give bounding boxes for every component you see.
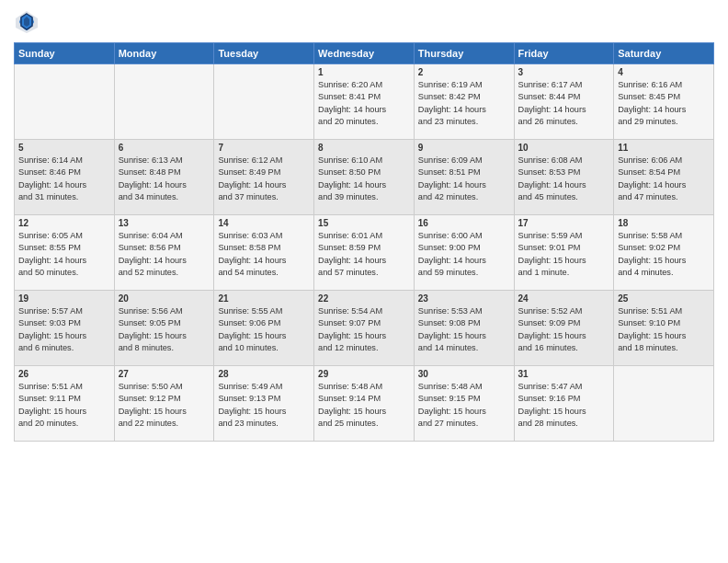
- day-info: Sunrise: 6:20 AM Sunset: 8:41 PM Dayligh…: [318, 79, 410, 128]
- calendar-cell: 13Sunrise: 6:04 AM Sunset: 8:56 PM Dayli…: [114, 215, 214, 291]
- header-cell-wednesday: Wednesday: [314, 43, 415, 64]
- day-number: 29: [318, 369, 410, 379]
- header-row: SundayMondayTuesdayWednesdayThursdayFrid…: [15, 43, 714, 64]
- calendar-cell: 11Sunrise: 6:06 AM Sunset: 8:54 PM Dayli…: [614, 140, 714, 215]
- day-number: 7: [218, 143, 310, 153]
- day-info: Sunrise: 5:47 AM Sunset: 9:16 PM Dayligh…: [518, 381, 610, 430]
- header-cell-tuesday: Tuesday: [214, 43, 314, 64]
- calendar-cell: 3Sunrise: 6:17 AM Sunset: 8:44 PM Daylig…: [514, 64, 614, 140]
- day-info: Sunrise: 6:08 AM Sunset: 8:53 PM Dayligh…: [518, 155, 610, 203]
- day-info: Sunrise: 6:03 AM Sunset: 8:58 PM Dayligh…: [218, 230, 310, 279]
- day-info: Sunrise: 5:52 AM Sunset: 9:09 PM Dayligh…: [518, 305, 610, 354]
- day-number: 4: [618, 67, 710, 77]
- day-number: 20: [119, 293, 210, 304]
- week-row-1: 1Sunrise: 6:20 AM Sunset: 8:41 PM Daylig…: [15, 64, 714, 140]
- calendar-cell: 25Sunrise: 5:51 AM Sunset: 9:10 PM Dayli…: [614, 291, 714, 366]
- day-number: 12: [18, 218, 110, 228]
- day-info: Sunrise: 6:01 AM Sunset: 8:59 PM Dayligh…: [318, 230, 410, 279]
- calendar-cell: 8Sunrise: 6:10 AM Sunset: 8:50 PM Daylig…: [314, 140, 415, 215]
- logo: [14, 9, 42, 35]
- calendar-cell: 6Sunrise: 6:13 AM Sunset: 8:48 PM Daylig…: [114, 140, 214, 215]
- calendar-cell: 20Sunrise: 5:56 AM Sunset: 9:05 PM Dayli…: [114, 291, 214, 366]
- day-number: 26: [18, 369, 110, 379]
- day-number: 16: [418, 218, 510, 228]
- week-row-3: 12Sunrise: 6:05 AM Sunset: 8:55 PM Dayli…: [15, 215, 714, 291]
- calendar-cell: 14Sunrise: 6:03 AM Sunset: 8:58 PM Dayli…: [214, 215, 314, 291]
- day-info: Sunrise: 5:54 AM Sunset: 9:07 PM Dayligh…: [318, 305, 410, 354]
- calendar-cell: [614, 366, 714, 442]
- day-info: Sunrise: 6:13 AM Sunset: 8:48 PM Dayligh…: [119, 155, 210, 203]
- day-info: Sunrise: 6:10 AM Sunset: 8:50 PM Dayligh…: [318, 155, 410, 203]
- day-info: Sunrise: 6:00 AM Sunset: 9:00 PM Dayligh…: [418, 230, 510, 279]
- header-cell-friday: Friday: [514, 43, 614, 64]
- day-number: 23: [418, 293, 510, 304]
- day-number: 13: [119, 218, 210, 228]
- day-info: Sunrise: 5:48 AM Sunset: 9:15 PM Dayligh…: [418, 381, 510, 430]
- page-header: [14, 9, 714, 35]
- day-info: Sunrise: 5:58 AM Sunset: 9:02 PM Dayligh…: [618, 230, 710, 279]
- day-info: Sunrise: 5:49 AM Sunset: 9:13 PM Dayligh…: [218, 381, 310, 430]
- day-number: 6: [119, 143, 210, 153]
- day-info: Sunrise: 6:05 AM Sunset: 8:55 PM Dayligh…: [18, 230, 110, 279]
- calendar-cell: 12Sunrise: 6:05 AM Sunset: 8:55 PM Dayli…: [15, 215, 115, 291]
- calendar-cell: 18Sunrise: 5:58 AM Sunset: 9:02 PM Dayli…: [614, 215, 714, 291]
- calendar-cell: 26Sunrise: 5:51 AM Sunset: 9:11 PM Dayli…: [15, 366, 115, 442]
- day-info: Sunrise: 6:12 AM Sunset: 8:49 PM Dayligh…: [218, 155, 310, 203]
- header-cell-monday: Monday: [114, 43, 214, 64]
- day-info: Sunrise: 6:09 AM Sunset: 8:51 PM Dayligh…: [418, 155, 510, 203]
- day-info: Sunrise: 6:16 AM Sunset: 8:45 PM Dayligh…: [618, 79, 710, 128]
- day-info: Sunrise: 6:14 AM Sunset: 8:46 PM Dayligh…: [18, 155, 110, 203]
- calendar-cell: [15, 64, 115, 140]
- day-number: 19: [18, 293, 110, 304]
- day-number: 2: [418, 67, 510, 77]
- day-number: 14: [218, 218, 310, 228]
- calendar-cell: 30Sunrise: 5:48 AM Sunset: 9:15 PM Dayli…: [414, 366, 514, 442]
- logo-icon: [14, 9, 40, 35]
- day-number: 15: [318, 218, 410, 228]
- calendar-cell: [114, 64, 214, 140]
- day-info: Sunrise: 5:48 AM Sunset: 9:14 PM Dayligh…: [318, 381, 410, 430]
- week-row-2: 5Sunrise: 6:14 AM Sunset: 8:46 PM Daylig…: [15, 140, 714, 215]
- calendar-cell: 2Sunrise: 6:19 AM Sunset: 8:42 PM Daylig…: [414, 64, 514, 140]
- day-number: 18: [618, 218, 710, 228]
- day-info: Sunrise: 5:51 AM Sunset: 9:10 PM Dayligh…: [618, 305, 710, 354]
- header-cell-saturday: Saturday: [614, 43, 714, 64]
- calendar-cell: 29Sunrise: 5:48 AM Sunset: 9:14 PM Dayli…: [314, 366, 415, 442]
- day-number: 22: [318, 293, 410, 304]
- day-info: Sunrise: 5:59 AM Sunset: 9:01 PM Dayligh…: [518, 230, 610, 279]
- calendar-cell: 27Sunrise: 5:50 AM Sunset: 9:12 PM Dayli…: [114, 366, 214, 442]
- day-info: Sunrise: 6:06 AM Sunset: 8:54 PM Dayligh…: [618, 155, 710, 203]
- day-info: Sunrise: 5:55 AM Sunset: 9:06 PM Dayligh…: [218, 305, 310, 354]
- calendar-cell: 16Sunrise: 6:00 AM Sunset: 9:00 PM Dayli…: [414, 215, 514, 291]
- day-number: 8: [318, 143, 410, 153]
- day-info: Sunrise: 6:17 AM Sunset: 8:44 PM Dayligh…: [518, 79, 610, 128]
- day-number: 30: [418, 369, 510, 379]
- calendar-cell: 21Sunrise: 5:55 AM Sunset: 9:06 PM Dayli…: [214, 291, 314, 366]
- calendar-cell: 28Sunrise: 5:49 AM Sunset: 9:13 PM Dayli…: [214, 366, 314, 442]
- day-info: Sunrise: 6:04 AM Sunset: 8:56 PM Dayligh…: [119, 230, 210, 279]
- day-number: 17: [518, 218, 610, 228]
- day-number: 21: [218, 293, 310, 304]
- calendar-cell: 1Sunrise: 6:20 AM Sunset: 8:41 PM Daylig…: [314, 64, 415, 140]
- calendar-cell: 10Sunrise: 6:08 AM Sunset: 8:53 PM Dayli…: [514, 140, 614, 215]
- week-row-4: 19Sunrise: 5:57 AM Sunset: 9:03 PM Dayli…: [15, 291, 714, 366]
- day-info: Sunrise: 5:56 AM Sunset: 9:05 PM Dayligh…: [119, 305, 210, 354]
- day-info: Sunrise: 5:51 AM Sunset: 9:11 PM Dayligh…: [18, 381, 110, 430]
- calendar-cell: [214, 64, 314, 140]
- calendar-cell: 19Sunrise: 5:57 AM Sunset: 9:03 PM Dayli…: [15, 291, 115, 366]
- header-cell-sunday: Sunday: [15, 43, 115, 64]
- day-number: 27: [119, 369, 210, 379]
- day-number: 1: [318, 67, 410, 77]
- calendar-cell: 23Sunrise: 5:53 AM Sunset: 9:08 PM Dayli…: [414, 291, 514, 366]
- calendar-cell: 5Sunrise: 6:14 AM Sunset: 8:46 PM Daylig…: [15, 140, 115, 215]
- day-number: 5: [18, 143, 110, 153]
- calendar-cell: 24Sunrise: 5:52 AM Sunset: 9:09 PM Dayli…: [514, 291, 614, 366]
- day-number: 10: [518, 143, 610, 153]
- calendar-cell: 4Sunrise: 6:16 AM Sunset: 8:45 PM Daylig…: [614, 64, 714, 140]
- day-info: Sunrise: 6:19 AM Sunset: 8:42 PM Dayligh…: [418, 79, 510, 128]
- day-number: 28: [218, 369, 310, 379]
- week-row-5: 26Sunrise: 5:51 AM Sunset: 9:11 PM Dayli…: [15, 366, 714, 442]
- day-number: 25: [618, 293, 710, 304]
- day-number: 3: [518, 67, 610, 77]
- calendar-cell: 22Sunrise: 5:54 AM Sunset: 9:07 PM Dayli…: [314, 291, 415, 366]
